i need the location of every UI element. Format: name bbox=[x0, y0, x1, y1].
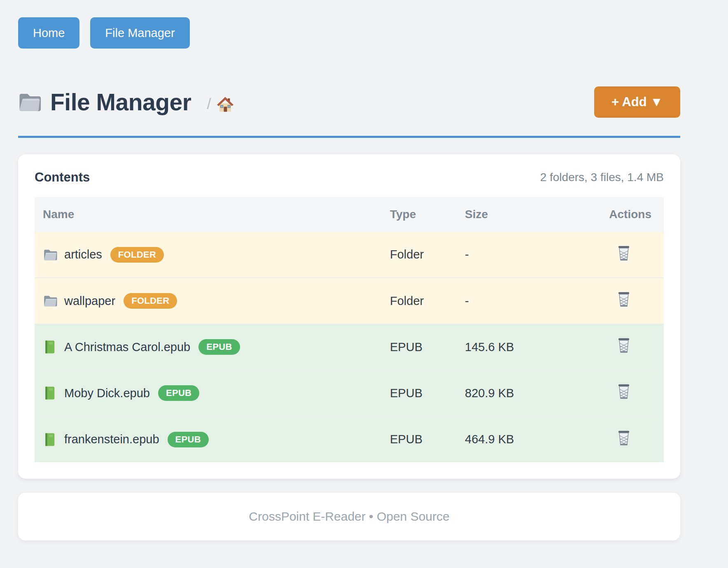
epub-badge: EPUB bbox=[168, 432, 209, 447]
header-divider bbox=[18, 136, 680, 138]
item-type: Folder bbox=[390, 278, 464, 324]
delete-button[interactable] bbox=[617, 246, 631, 261]
column-header-name: Name bbox=[35, 197, 390, 232]
folder-badge: FOLDER bbox=[124, 293, 177, 309]
item-type: EPUB bbox=[390, 416, 464, 462]
add-button[interactable]: + Add ▼ bbox=[594, 86, 680, 118]
delete-button[interactable] bbox=[617, 384, 631, 399]
folder-badge: FOLDER bbox=[110, 247, 164, 263]
trash-icon bbox=[617, 246, 631, 261]
page-title: File Manager bbox=[50, 91, 191, 114]
table-row: wallpaper FOLDER Folder - bbox=[35, 278, 664, 324]
item-name[interactable]: frankenstein.epub bbox=[64, 433, 159, 446]
item-name[interactable]: A Christmas Carol.epub bbox=[64, 340, 190, 354]
footer-text: CrossPoint E-Reader • Open Source bbox=[249, 510, 449, 524]
table-row: Moby Dick.epub EPUB EPUB 820.9 KB bbox=[35, 370, 664, 416]
item-type: EPUB bbox=[390, 324, 464, 370]
folder-icon bbox=[18, 92, 41, 112]
trash-icon bbox=[617, 292, 631, 307]
contents-card: Contents 2 folders, 3 files, 1.4 MB Name… bbox=[18, 154, 680, 479]
delete-button[interactable] bbox=[617, 292, 631, 307]
item-size: 820.9 KB bbox=[464, 370, 572, 416]
table-row: articles FOLDER Folder - bbox=[35, 232, 664, 278]
item-type: EPUB bbox=[390, 370, 464, 416]
page-header: File Manager / + Add ▼ bbox=[18, 86, 680, 118]
table-header-row: Name Type Size Actions bbox=[35, 197, 664, 232]
item-name[interactable]: wallpaper bbox=[64, 294, 115, 308]
delete-button[interactable] bbox=[617, 338, 631, 353]
column-header-type: Type bbox=[390, 197, 464, 232]
footer: CrossPoint E-Reader • Open Source bbox=[18, 493, 680, 540]
contents-header: Contents 2 folders, 3 files, 1.4 MB bbox=[35, 170, 664, 185]
item-size: - bbox=[464, 278, 572, 324]
files-table: Name Type Size Actions articles FOLDER bbox=[35, 197, 664, 462]
breadcrumb-separator: / bbox=[207, 95, 211, 113]
table-row: A Christmas Carol.epub EPUB EPUB 145.6 K… bbox=[35, 324, 664, 370]
contents-summary: 2 folders, 3 files, 1.4 MB bbox=[540, 171, 664, 184]
trash-icon bbox=[617, 338, 631, 353]
contents-title: Contents bbox=[35, 170, 90, 185]
column-header-actions: Actions bbox=[572, 197, 664, 232]
epub-badge: EPUB bbox=[158, 385, 199, 401]
book-icon bbox=[43, 433, 58, 447]
home-button[interactable]: Home bbox=[18, 17, 79, 49]
item-type: Folder bbox=[390, 232, 464, 278]
delete-button[interactable] bbox=[617, 431, 631, 446]
item-name[interactable]: Moby Dick.epub bbox=[64, 386, 150, 400]
book-icon bbox=[43, 340, 58, 354]
book-icon bbox=[43, 386, 58, 400]
epub-badge: EPUB bbox=[198, 339, 240, 355]
file-manager-button[interactable]: File Manager bbox=[90, 17, 189, 49]
home-icon[interactable] bbox=[217, 96, 234, 112]
table-row: frankenstein.epub EPUB EPUB 464.9 KB bbox=[35, 416, 664, 462]
item-size: - bbox=[464, 232, 572, 278]
top-nav: Home File Manager bbox=[18, 17, 680, 49]
item-size: 464.9 KB bbox=[464, 416, 572, 462]
breadcrumb: / bbox=[207, 95, 234, 113]
item-size: 145.6 KB bbox=[464, 324, 572, 370]
trash-icon bbox=[617, 431, 631, 446]
file-manager-page: Home File Manager File Manager / + Add ▼… bbox=[0, 0, 680, 540]
folder-icon bbox=[43, 295, 58, 307]
trash-icon bbox=[617, 384, 631, 399]
column-header-size: Size bbox=[464, 197, 572, 232]
folder-icon bbox=[43, 249, 58, 261]
item-name[interactable]: articles bbox=[64, 248, 102, 261]
